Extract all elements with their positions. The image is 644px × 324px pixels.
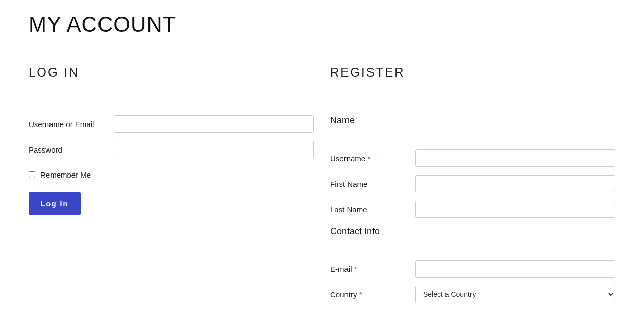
required-asterisk: * [359, 290, 362, 299]
remember-me-row: Remember Me [29, 170, 314, 179]
login-button[interactable]: Log In [29, 192, 81, 215]
register-username-label: Username * [330, 154, 415, 163]
login-password-label: Password [29, 145, 114, 154]
register-heading: REGISTER [330, 65, 615, 80]
register-country-label: Country * [330, 290, 415, 299]
required-asterisk: * [354, 265, 357, 273]
login-password-row: Password [29, 141, 314, 158]
register-username-label-text: Username [330, 154, 365, 163]
register-country-select[interactable]: Select a Country [415, 286, 615, 303]
login-username-row: Username or Email [29, 115, 314, 133]
register-email-row: E-mail * [330, 260, 615, 278]
register-lastname-row: Last Name [330, 201, 615, 218]
register-firstname-input[interactable] [415, 175, 615, 192]
register-firstname-row: First Name [330, 175, 615, 192]
login-password-input[interactable] [114, 141, 314, 158]
register-email-input[interactable] [415, 260, 615, 278]
register-contact-subheading: Contact Info [330, 226, 615, 237]
remember-me-checkbox[interactable] [29, 171, 35, 178]
register-name-subheading: Name [330, 115, 615, 126]
register-section: REGISTER Name Username * First Name Last… [330, 65, 615, 311]
register-lastname-label: Last Name [330, 205, 415, 214]
register-username-input[interactable] [415, 149, 615, 167]
register-country-label-text: Country [330, 290, 357, 299]
required-asterisk: * [367, 154, 370, 163]
register-email-label-text: E-mail [330, 265, 352, 273]
login-heading: LOG IN [29, 65, 314, 80]
login-section: LOG IN Username or Email Password Rememb… [29, 65, 314, 311]
register-email-label: E-mail * [330, 265, 415, 273]
register-lastname-input[interactable] [415, 201, 615, 218]
login-username-input[interactable] [114, 115, 314, 133]
register-username-row: Username * [330, 149, 615, 167]
register-firstname-label: First Name [330, 180, 415, 188]
page-title: MY ACCOUNT [29, 12, 615, 37]
login-username-label: Username or Email [29, 120, 114, 129]
remember-me-label[interactable]: Remember Me [40, 170, 91, 179]
register-country-row: Country * Select a Country [330, 286, 615, 303]
